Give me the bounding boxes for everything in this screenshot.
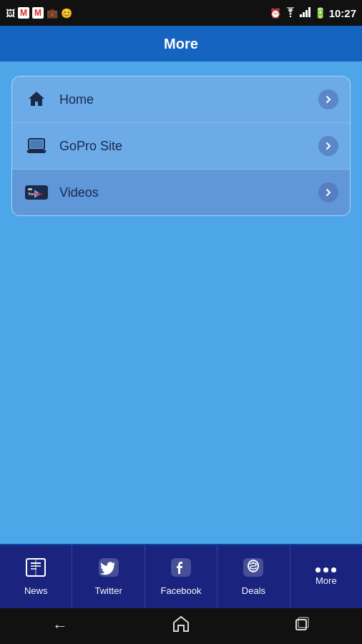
menu-videos-label: Videos [59,185,318,200]
gmail2-icon: M [32,7,44,19]
header-title: More [164,36,198,52]
svg-rect-9 [28,188,32,190]
menu-home-label: Home [59,92,318,107]
svg-rect-6 [30,140,43,148]
gopro-arrow [318,136,338,156]
svg-text:Tube: Tube [33,192,44,196]
nav-item-twitter[interactable]: Twitter [72,545,145,608]
deals-icon [243,557,264,582]
android-home-button[interactable] [172,615,190,637]
nav-item-more[interactable]: More [290,545,362,608]
android-back-button[interactable]: ← [52,617,68,635]
status-time: 10:27 [329,7,356,19]
menu-gopro-label: GoPro Site [59,139,318,154]
android-nav-bar: ← [0,608,362,644]
alarm-icon: ⏰ [270,8,281,19]
header: More [0,26,362,62]
home-icon [24,87,49,112]
gmail1-icon: M [18,7,29,19]
status-bar: 🖼 M M 💼 😊 ⏰ 🔋 10:27 [0,0,362,26]
signal-icon [300,7,311,19]
wifi-icon [284,7,297,19]
battery-icon: 🔋 [314,7,326,19]
videos-arrow [318,182,338,203]
nav-more-label: More [315,575,337,586]
menu-item-home[interactable]: Home [12,77,350,123]
menu-item-gopro[interactable]: GoPro Site [12,123,350,170]
twitter-icon [98,557,119,582]
nav-facebook-label: Facebook [160,585,201,596]
svg-marker-20 [174,617,188,631]
image-icon: 🖼 [6,8,15,19]
more-dot-1 [315,567,321,572]
smiley-icon: 😊 [61,8,72,19]
svg-rect-1 [300,14,302,17]
more-dots-icon [315,567,336,572]
briefcase-icon: 💼 [47,8,58,19]
news-book-icon [25,557,47,582]
bottom-nav: News Twitter Facebook D [0,544,362,608]
more-dot-2 [323,567,328,572]
main-content: Home GoPro Site [0,62,362,544]
status-icons-left: 🖼 M M 💼 😊 [6,7,72,19]
laptop-icon [24,133,49,159]
nav-deals-label: Deals [242,585,265,596]
svg-rect-4 [308,7,310,17]
nav-news-label: News [24,585,48,596]
nav-item-news[interactable]: News [0,545,72,608]
svg-rect-3 [305,10,308,17]
home-arrow [318,89,338,109]
nav-twitter-label: Twitter [94,585,122,596]
menu-list: Home GoPro Site [11,76,351,216]
status-icons-right: ⏰ 🔋 10:27 [270,7,356,19]
more-dot-3 [331,567,336,572]
facebook-icon [170,557,192,582]
youtube-icon: You Tube [24,180,49,205]
android-recent-button[interactable] [294,616,310,636]
svg-rect-2 [303,12,305,17]
nav-item-facebook[interactable]: Facebook [145,545,217,608]
menu-item-videos[interactable]: You Tube Videos [12,170,350,215]
svg-point-0 [289,15,290,16]
nav-item-deals[interactable]: Deals [217,545,290,608]
